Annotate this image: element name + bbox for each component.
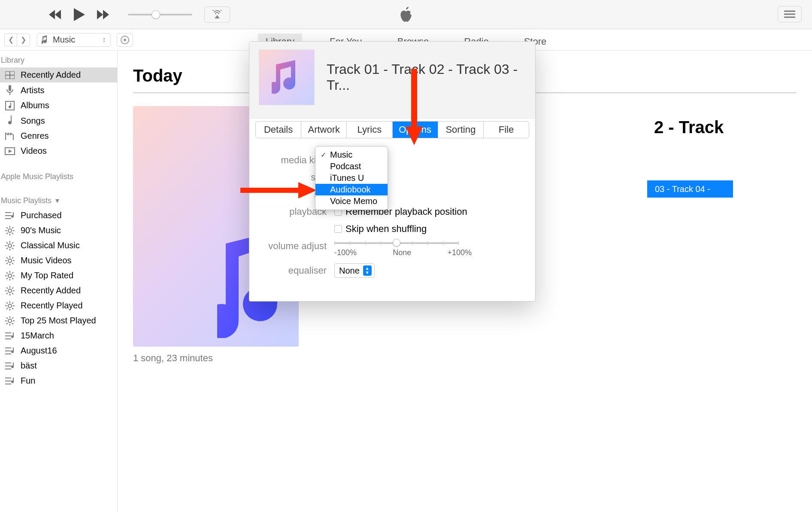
sidebar-item-label: Artists [21,85,45,95]
list-icon [4,347,15,355]
playlist-item[interactable]: August16 [0,343,117,358]
volume-slider[interactable] [128,14,192,15]
option-label: Audiobook [330,185,371,195]
sidebar-item-artists[interactable]: Artists [0,82,117,98]
playlist-item[interactable]: Fun [0,373,117,388]
background-track-title: 2 - Track [654,118,724,137]
media-kind-option-audiobook[interactable]: Audiobook [315,184,388,195]
volume-adjust-slider[interactable] [334,242,459,244]
svg-point-53 [8,304,12,308]
stepper-icon: ▲▼ [363,265,372,276]
sidebar-item-songs[interactable]: Songs [0,113,117,128]
sidebar-item-genres[interactable]: Genres [0,128,117,143]
media-kind-option-itunes-u[interactable]: iTunes U [315,172,388,184]
playlist-label: Recently Played [21,301,83,311]
option-label: Podcast [330,162,361,171]
media-type-dropdown[interactable]: Music ↕ [37,33,111,47]
playlist-item[interactable]: 15March [0,328,117,343]
sidebar-item-label: Genres [21,131,49,141]
playlist-item[interactable]: Music Videos [0,253,117,268]
svg-line-24 [6,248,8,249]
svg-point-62 [8,319,12,323]
playlist-label: Classical Music [21,241,80,250]
playlist-item[interactable]: Top 25 Most Played [0,313,117,328]
svg-line-23 [12,248,13,249]
cd-eject-button[interactable] [117,33,133,47]
dialog-title: Track 01 - Track 02 - Track 03 - Tr... [327,61,526,93]
forward-button[interactable]: ❯ [17,34,30,46]
option-label: Voice Memo [330,196,377,206]
list-icon [4,377,15,385]
dialog-tab-details[interactable]: Details [256,122,301,138]
playlist-item[interactable]: Purchased [0,208,117,223]
playlist-item[interactable]: My Top Rated [0,268,117,283]
option-label: Music [330,150,352,160]
dialog-tab-lyrics[interactable]: Lyrics [347,122,392,138]
transport-controls [49,8,110,21]
playlist-label: Purchased [21,210,62,220]
video-icon [4,147,15,155]
sidebar-item-videos[interactable]: Videos [0,143,117,158]
chevron-down-icon[interactable]: ▾ [55,196,59,205]
list-icon [4,362,15,370]
playlist-label: Recently Added [21,286,81,296]
prev-button[interactable] [49,10,62,19]
svg-line-15 [6,233,8,234]
playlist-label: Top 25 Most Played [21,316,96,326]
svg-line-59 [12,308,13,309]
player-toolbar [0,0,812,29]
next-button[interactable] [97,10,110,19]
svg-point-44 [8,289,12,293]
playlist-item[interactable]: bäst [0,358,117,373]
playlist-label: 90's Music [21,226,61,235]
svg-line-51 [6,293,8,294]
genre-icon [4,131,15,141]
song-summary: 1 song, 23 minutes [133,353,797,364]
playlist-item[interactable]: 90's Music [0,223,117,238]
playlist-item[interactable]: Classical Music [0,238,117,253]
gear-icon [4,256,15,265]
dialog-tab-sorting[interactable]: Sorting [438,122,484,138]
media-kind-option-music[interactable]: ✓Music [315,149,388,161]
list-icon [4,211,15,220]
dialog-tab-file[interactable]: File [484,122,529,138]
label-skip-shuffling: Skip when shuffling [345,223,427,235]
play-button[interactable] [74,8,85,21]
list-view-button[interactable] [778,6,802,22]
svg-line-41 [12,278,13,279]
equaliser-select[interactable]: None ▲▼ [334,263,375,278]
dialog-tab-options[interactable]: Options [393,122,438,138]
svg-point-17 [8,244,12,247]
sidebar-item-label: Videos [21,146,47,156]
sidebar-item-recently-added[interactable]: Recently Added [0,67,117,82]
gear-icon [4,301,15,311]
playlist-item[interactable]: Recently Played [0,298,117,313]
svg-line-42 [6,278,8,279]
dialog-tab-artwork[interactable]: Artwork [301,122,347,138]
back-button[interactable]: ❮ [4,34,17,46]
playlist-item[interactable]: Recently Added [0,283,117,298]
checkbox-skip-shuffling[interactable] [334,225,342,233]
svg-point-8 [8,229,12,232]
media-kind-option-voice-memo[interactable]: Voice Memo [315,195,388,207]
svg-line-67 [6,317,8,319]
apple-logo-icon [398,4,414,23]
label-equaliser: equaliser [262,265,327,276]
sidebar-item-albums[interactable]: Albums [0,98,117,113]
check-icon: ✓ [320,151,327,159]
music-note-icon [42,35,48,45]
vol-none: None [393,248,411,257]
sidebar-item-label: Albums [21,101,49,110]
sidebar-section-playlists: Music Playlists ▾ [0,193,117,208]
svg-line-13 [6,227,8,229]
media-kind-option-podcast[interactable]: Podcast [315,161,388,172]
playlist-label: Music Videos [21,256,72,265]
playlist-label: 15March [21,331,54,341]
sidebar-section-apple: Apple Music Playlists [0,170,117,184]
svg-point-35 [8,274,12,277]
airplay-button[interactable] [204,6,230,23]
svg-line-16 [12,227,13,229]
sidebar: Library Recently AddedArtistsAlbumsSongs… [0,51,118,512]
svg-point-1 [124,39,126,41]
background-track-row[interactable]: 03 - Track 04 - [647,180,733,198]
